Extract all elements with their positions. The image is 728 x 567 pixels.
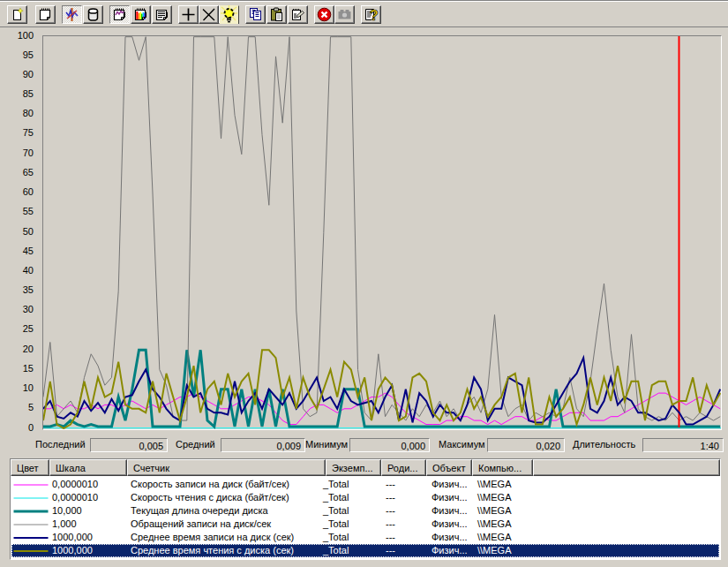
svg-text:?: ?	[370, 8, 379, 23]
